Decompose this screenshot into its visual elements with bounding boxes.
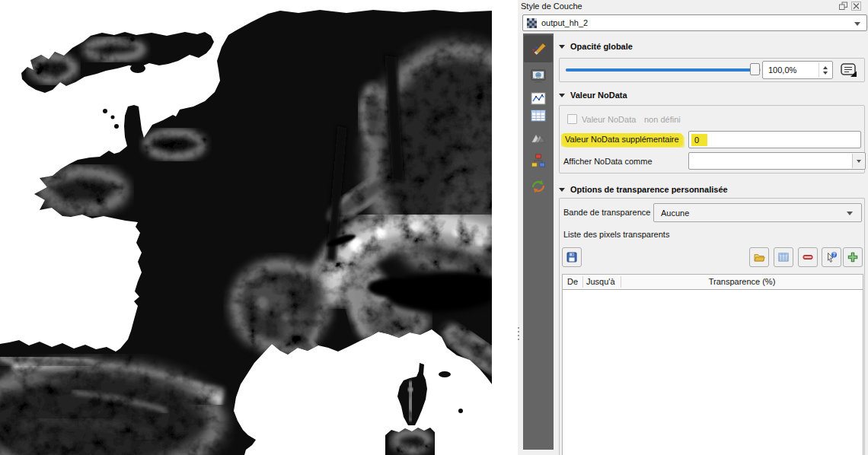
- add-row-button[interactable]: [843, 247, 863, 267]
- collapse-triangle-icon: [559, 45, 565, 49]
- pick-from-map-button[interactable]: ?: [822, 247, 841, 267]
- nodata-group-frame: Valeur NoData non défini Valeur NoData s…: [559, 105, 865, 173]
- spin-down-icon: [823, 72, 828, 75]
- tab-transparency[interactable]: [524, 64, 553, 88]
- raster-dem-preview: [0, 0, 503, 455]
- monitor-globe-icon: [529, 67, 547, 85]
- qgis-window: Style de Couche output_hh_2: [0, 0, 868, 455]
- tab-history[interactable]: [524, 174, 553, 199]
- opacity-group-header[interactable]: Opacité globale: [559, 41, 633, 52]
- panel-splitter-handle[interactable]: [518, 325, 520, 342]
- opacity-spinbox[interactable]: 100,0%: [762, 61, 833, 79]
- nodata-group-title: Valeur NoData: [570, 91, 627, 100]
- save-icon: [566, 251, 578, 263]
- tab-symbology[interactable]: [524, 35, 553, 62]
- transparency-band-value: Aucune: [661, 204, 689, 221]
- paintbrush-icon: [529, 40, 547, 58]
- chevron-down-icon: [847, 212, 853, 215]
- display-nodata-combo[interactable]: [688, 152, 866, 170]
- chevron-down-icon: [857, 160, 861, 163]
- default-values-button[interactable]: [774, 247, 793, 267]
- additional-nodata-label: Valeur NoData supplémentaire: [563, 135, 683, 144]
- column-header-jusqua[interactable]: Jusqu'à: [586, 275, 621, 289]
- cursor-help-icon: ?: [825, 251, 838, 263]
- table-icon: [777, 251, 790, 263]
- svg-text:?: ?: [833, 252, 836, 257]
- nodata-checkbox-label: Valeur NoData: [582, 115, 636, 124]
- combo-arrow-button[interactable]: [852, 154, 864, 168]
- opacity-group-frame: 100,0%: [559, 58, 865, 82]
- green-plus-icon: [847, 251, 859, 263]
- transparency-band-label: Bande de transparence: [563, 208, 650, 217]
- layer-styling-panel: Style de Couche output_hh_2: [518, 0, 868, 455]
- opacity-slider-handle[interactable]: [750, 63, 760, 75]
- opacity-value: 100,0%: [768, 62, 796, 78]
- legend-diagram-icon: [529, 152, 547, 170]
- column-separator: [582, 276, 583, 288]
- additional-nodata-value: 0: [694, 132, 699, 148]
- tab-attribute-table[interactable]: [524, 103, 553, 128]
- nodata-checkbox[interactable]: [567, 114, 577, 124]
- nodata-status-text: non défini: [644, 115, 681, 124]
- transparent-pixel-list-label: Liste des pixels transparents: [563, 230, 669, 239]
- tab-pyramids[interactable]: [524, 126, 553, 150]
- symbology-content: Opacité globale 100,0%: [559, 0, 868, 455]
- export-to-file-button[interactable]: [562, 247, 582, 267]
- transparent-pixels-table[interactable]: De Jusqu'à Transparence (%): [562, 274, 863, 455]
- collapse-triangle-icon: [559, 94, 565, 97]
- nodata-group-header[interactable]: Valeur NoData: [559, 90, 627, 100]
- additional-nodata-input[interactable]: 0: [688, 131, 861, 148]
- data-defined-override-button[interactable]: [839, 62, 862, 79]
- transparency-band-combo[interactable]: Aucune: [653, 203, 862, 222]
- map-canvas[interactable]: [0, 0, 518, 455]
- column-header-de[interactable]: De: [563, 275, 582, 289]
- raster-layer-icon: [527, 18, 537, 28]
- tab-legend-diagram[interactable]: [524, 149, 553, 173]
- collapse-triangle-icon: [559, 188, 565, 192]
- display-nodata-label: Afficher NoData comme: [563, 157, 653, 166]
- folder-icon: [753, 251, 765, 263]
- red-minus-icon: [802, 251, 814, 263]
- spinner-arrows[interactable]: [819, 62, 831, 78]
- history-arrows-icon: [529, 177, 547, 196]
- custom-transparency-group-frame: Bande de transparence Aucune Liste des p…: [559, 198, 865, 455]
- attribute-table-icon: [529, 107, 547, 125]
- spin-up-icon: [823, 66, 828, 69]
- styling-tab-strip: [523, 33, 554, 450]
- column-header-transparence[interactable]: Transparence (%): [621, 275, 863, 289]
- pyramids-icon: [529, 129, 547, 147]
- highlight-marker: Valeur NoData supplémentaire: [563, 133, 683, 146]
- remove-row-button[interactable]: [798, 247, 818, 267]
- opacity-group-title: Opacité globale: [570, 42, 633, 51]
- import-from-file-button[interactable]: [749, 247, 769, 267]
- custom-transparency-group-header[interactable]: Options de transparence personnalisée: [559, 184, 728, 195]
- opacity-slider-fill: [566, 68, 752, 72]
- custom-transparency-group-title: Options de transparence personnalisée: [570, 185, 728, 194]
- table-header-row: De Jusqu'à Transparence (%): [563, 275, 863, 290]
